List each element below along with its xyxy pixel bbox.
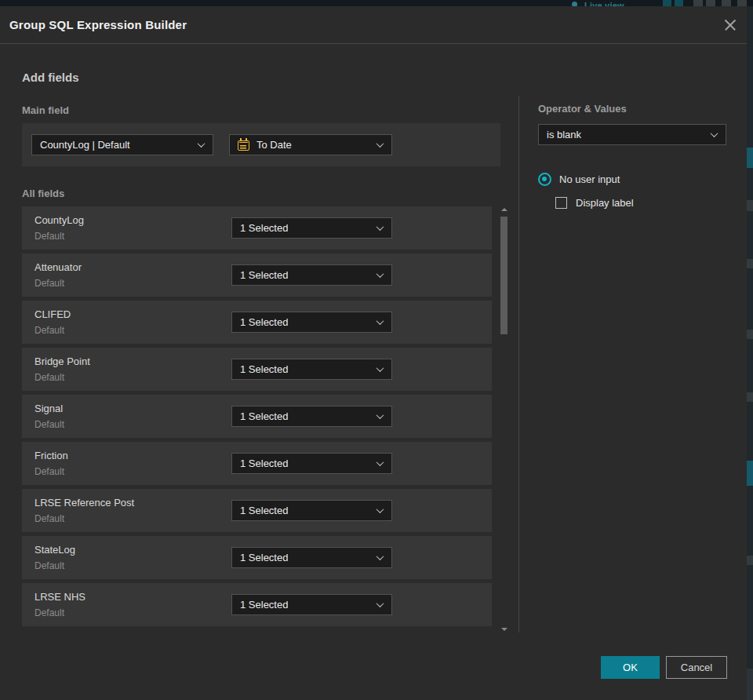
field-row: CLIFED Default 1 Selected	[22, 301, 492, 344]
scroll-down-icon[interactable]	[501, 628, 507, 631]
display-label-checkbox[interactable]: Display label	[555, 197, 634, 209]
background-fragment	[747, 330, 753, 339]
main-field-panel: CountyLog | Default To Date	[22, 123, 500, 166]
background-toolbar-fragment	[675, 0, 683, 6]
field-name: CountyLog	[35, 214, 84, 226]
field-selected-value: 1 Selected	[240, 410, 288, 422]
chevron-down-icon	[376, 458, 384, 466]
field-row: Attenuator Default 1 Selected	[22, 253, 492, 297]
field-name: Attenuator	[35, 261, 82, 273]
field-selected-value: 1 Selected	[240, 316, 288, 328]
field-alias: Default	[35, 419, 64, 430]
chevron-down-icon	[711, 129, 718, 137]
field-selected-dropdown[interactable]: 1 Selected	[231, 217, 392, 239]
field-selected-dropdown[interactable]: 1 Selected	[231, 547, 392, 568]
field-alias: Default	[35, 466, 64, 477]
no-user-input-label: No user input	[559, 173, 620, 185]
operator-values-label: Operator & Values	[538, 103, 627, 115]
field-selected-dropdown[interactable]: 1 Selected	[231, 406, 392, 427]
cancel-button[interactable]: Cancel	[666, 656, 727, 679]
field-name: Bridge Point	[35, 355, 90, 367]
chevron-down-icon	[376, 140, 384, 148]
all-fields-label: All fields	[22, 188, 64, 199]
background-app-top-strip: Live view	[0, 0, 753, 6]
field-row: LRSE NHS Default 1 Selected	[22, 583, 492, 626]
field-name: CLIFED	[35, 308, 71, 320]
field-selected-dropdown[interactable]: 1 Selected	[231, 453, 392, 474]
field-row: LRSE Reference Post Default 1 Selected	[22, 489, 492, 532]
field-alias: Default	[35, 231, 64, 242]
field-alias: Default	[35, 560, 64, 571]
checkbox-unchecked-icon	[555, 197, 567, 209]
background-fragment	[747, 200, 753, 211]
dialog-title: Group SQL Expression Builder	[9, 6, 187, 44]
field-type-dropdown-value: To Date	[256, 139, 292, 151]
fields-list-scrollbar[interactable]	[500, 206, 507, 633]
add-fields-heading: Add fields	[22, 71, 79, 84]
field-name: Friction	[35, 450, 68, 461]
field-selected-dropdown[interactable]: 1 Selected	[231, 359, 392, 380]
field-row: CountyLog Default 1 Selected	[22, 206, 492, 250]
group-sql-expression-builder-dialog: Group SQL Expression Builder Add fields …	[0, 6, 747, 700]
field-selected-value: 1 Selected	[240, 458, 288, 469]
field-selected-value: 1 Selected	[240, 505, 288, 516]
background-toolbar-fragment	[663, 0, 671, 6]
scroll-up-icon[interactable]	[501, 208, 507, 211]
background-toolbar-fragment	[737, 0, 747, 6]
field-type-dropdown[interactable]: To Date	[229, 134, 392, 155]
background-toolbar-fragment	[693, 0, 703, 6]
chevron-down-icon	[376, 270, 384, 278]
chevron-down-icon	[376, 317, 384, 325]
chevron-down-icon	[376, 411, 384, 419]
field-alias: Default	[35, 513, 64, 524]
operator-dropdown[interactable]: is blank	[538, 124, 726, 145]
calendar-icon	[238, 140, 249, 151]
chevron-down-icon	[376, 552, 384, 560]
field-row: Friction Default 1 Selected	[22, 442, 492, 485]
field-row: StateLog Default 1 Selected	[22, 536, 492, 579]
field-alias: Default	[35, 607, 64, 618]
vertical-divider	[518, 96, 519, 633]
display-label-text: Display label	[576, 197, 634, 209]
field-selected-value: 1 Selected	[240, 269, 288, 281]
field-selected-dropdown[interactable]: 1 Selected	[231, 312, 392, 333]
field-selected-dropdown[interactable]: 1 Selected	[231, 264, 392, 286]
main-field-dropdown[interactable]: CountyLog | Default	[31, 134, 213, 155]
main-field-dropdown-value: CountyLog | Default	[40, 139, 130, 151]
field-selected-dropdown[interactable]: 1 Selected	[231, 500, 392, 521]
background-fragment	[747, 259, 753, 268]
live-view-label: Live view	[584, 1, 624, 6]
scrollbar-thumb[interactable]	[500, 217, 507, 334]
background-fragment	[747, 392, 753, 402]
background-fragment	[747, 461, 753, 486]
field-selected-dropdown[interactable]: 1 Selected	[231, 594, 392, 615]
field-name: Signal	[35, 403, 63, 414]
radio-selected-icon	[538, 173, 551, 186]
field-alias: Default	[35, 278, 64, 289]
chevron-down-icon	[376, 223, 384, 231]
field-alias: Default	[35, 325, 64, 336]
all-fields-list: CountyLog Default 1 Selected Attenuator …	[22, 206, 492, 630]
background-fragment	[747, 148, 753, 168]
operator-dropdown-value: is blank	[547, 129, 581, 140]
chevron-down-icon	[376, 364, 384, 372]
background-fragment	[747, 556, 753, 565]
field-selected-value: 1 Selected	[240, 363, 288, 375]
field-selected-value: 1 Selected	[240, 222, 288, 234]
field-selected-value: 1 Selected	[240, 552, 288, 563]
field-alias: Default	[35, 372, 64, 383]
background-toolbar-fragment	[706, 0, 715, 6]
field-name: StateLog	[35, 544, 75, 556]
background-toolbar-fragment	[722, 0, 731, 6]
field-name: LRSE Reference Post	[35, 497, 134, 509]
chevron-down-icon	[376, 600, 384, 607]
close-icon[interactable]	[722, 16, 739, 34]
main-field-label: Main field	[22, 104, 69, 116]
background-app-right-strip	[747, 6, 753, 700]
no-user-input-radio[interactable]: No user input	[538, 173, 620, 186]
field-row: Signal Default 1 Selected	[22, 395, 492, 438]
field-selected-value: 1 Selected	[240, 599, 288, 611]
background-fragment	[747, 669, 753, 700]
dialog-header: Group SQL Expression Builder	[0, 6, 747, 44]
ok-button[interactable]: OK	[601, 656, 660, 679]
